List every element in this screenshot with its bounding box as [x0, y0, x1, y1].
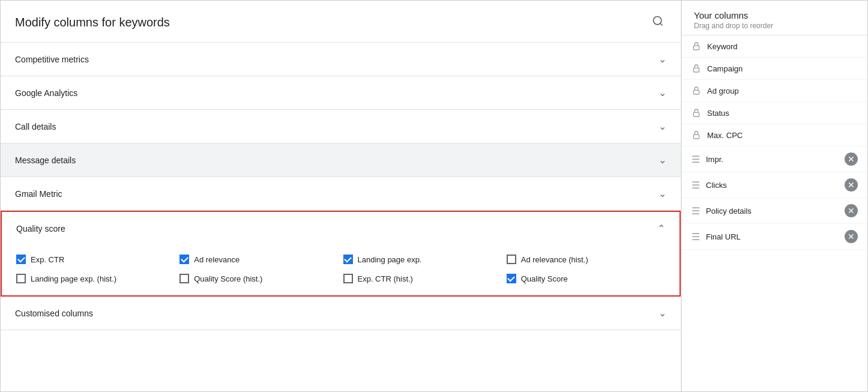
right-panel-title: Your columns [694, 10, 855, 20]
drag-handle[interactable]: ☰ [692, 205, 700, 217]
section-label-message-details: Message details [15, 155, 76, 165]
checkbox-label-ad-relevance-hist: Ad relevance (hist.) [521, 255, 588, 264]
quality-score-section: Quality score ⌃ Exp. CTR Ad relevance La… [1, 211, 681, 297]
remove-impr-button[interactable]: ✕ [845, 152, 858, 166]
modal-header: Modify columns for keywords [1, 1, 681, 43]
drag-handle[interactable]: ☰ [692, 154, 700, 165]
column-list: Keyword Campaign Ad group Status Max. CP… [682, 35, 867, 391]
drag-handle[interactable]: ☰ [692, 179, 700, 191]
draggable-column-policy-details[interactable]: ☰ Policy details ✕ [682, 198, 867, 224]
section-competitive-metrics[interactable]: Competitive metrics ⌄ [1, 43, 681, 76]
checkbox-landing-page-exp-hist[interactable] [16, 274, 26, 283]
remove-final-url-button[interactable]: ✕ [845, 230, 858, 243]
section-label-call-details: Call details [15, 122, 56, 131]
quality-score-label: Quality score [16, 224, 65, 234]
chevron-google-analytics: ⌄ [659, 87, 666, 98]
locked-column-max-cpc: Max. CPC [682, 124, 867, 146]
svg-rect-5 [693, 112, 699, 116]
quality-score-header[interactable]: Quality score ⌃ [2, 212, 680, 245]
checkbox-label-exp-ctr: Exp. CTR [31, 255, 64, 264]
checkbox-ad-relevance[interactable] [179, 255, 189, 264]
checkbox-label-quality-score-hist: Quality Score (hist.) [194, 274, 262, 283]
search-button[interactable] [649, 13, 666, 32]
customised-columns-chevron: ⌄ [659, 307, 666, 319]
column-name-clicks: Clicks [706, 181, 839, 190]
right-panel: Your columns Drag and drop to reorder Ke… [681, 1, 867, 391]
lock-icon [692, 86, 701, 95]
section-gmail-metric[interactable]: Gmail Metric ⌄ [1, 177, 681, 211]
svg-rect-2 [693, 46, 699, 50]
column-name-ad-group: Ad group [707, 86, 858, 95]
checkbox-ad-relevance-hist[interactable] [507, 255, 516, 264]
checkbox-label-landing-page-exp: Landing page exp. [358, 255, 422, 264]
checkbox-item-landing-page-exp-hist[interactable]: Landing page exp. (hist.) [16, 274, 175, 283]
quality-score-body: Exp. CTR Ad relevance Landing page exp. … [2, 245, 680, 295]
section-label-gmail-metric: Gmail Metric [15, 189, 62, 199]
checkbox-exp-ctr-hist[interactable] [343, 274, 353, 283]
section-call-details[interactable]: Call details ⌄ [1, 110, 681, 143]
customised-columns-section[interactable]: Customised columns ⌄ [1, 297, 681, 330]
locked-column-status: Status [682, 102, 867, 124]
checkbox-label-quality-score: Quality Score [521, 274, 568, 283]
draggable-column-clicks[interactable]: ☰ Clicks ✕ [682, 172, 867, 198]
svg-rect-4 [693, 90, 699, 94]
column-name-impr: Impr. [706, 155, 839, 164]
svg-point-0 [654, 17, 662, 25]
modal-title: Modify columns for keywords [15, 16, 170, 29]
column-name-keyword: Keyword [707, 42, 858, 51]
draggable-column-final-url[interactable]: ☰ Final URL ✕ [682, 224, 867, 250]
lock-icon [692, 41, 701, 51]
svg-rect-3 [693, 68, 699, 72]
drag-handle[interactable]: ☰ [692, 231, 700, 243]
checkbox-item-exp-ctr-hist[interactable]: Exp. CTR (hist.) [343, 274, 502, 283]
checkbox-quality-score[interactable] [507, 274, 516, 283]
svg-rect-6 [693, 134, 699, 139]
quality-score-chevron: ⌃ [657, 223, 665, 234]
checkbox-item-ad-relevance-hist[interactable]: Ad relevance (hist.) [507, 255, 665, 264]
section-label-competitive-metrics: Competitive metrics [15, 55, 89, 64]
right-panel-subtitle: Drag and drop to reorder [694, 22, 855, 30]
section-label-google-analytics: Google Analytics [15, 88, 77, 98]
section-google-analytics[interactable]: Google Analytics ⌄ [1, 76, 681, 110]
sections-list: Competitive metrics ⌄ Google Analytics ⌄… [1, 43, 681, 211]
svg-line-1 [660, 23, 663, 26]
column-name-final-url: Final URL [706, 232, 839, 241]
column-name-policy-details: Policy details [706, 207, 839, 216]
checkbox-item-ad-relevance[interactable]: Ad relevance [179, 255, 338, 264]
draggable-column-impr[interactable]: ☰ Impr. ✕ [682, 146, 867, 172]
locked-column-ad-group: Ad group [682, 80, 867, 102]
remove-clicks-button[interactable]: ✕ [845, 178, 858, 191]
column-name-max-cpc: Max. CPC [707, 131, 858, 140]
chevron-gmail-metric: ⌄ [659, 188, 666, 199]
checkbox-label-exp-ctr-hist: Exp. CTR (hist.) [358, 274, 413, 283]
checkbox-item-exp-ctr[interactable]: Exp. CTR [16, 255, 175, 264]
section-message-details[interactable]: Message details ⌄ [1, 143, 681, 177]
checkbox-item-quality-score-hist[interactable]: Quality Score (hist.) [179, 274, 338, 283]
right-header: Your columns Drag and drop to reorder [682, 1, 867, 35]
locked-column-keyword: Keyword [682, 35, 867, 58]
checkboxes-grid: Exp. CTR Ad relevance Landing page exp. … [16, 255, 665, 283]
checkbox-label-ad-relevance: Ad relevance [194, 255, 240, 264]
remove-policy-details-button[interactable]: ✕ [845, 204, 858, 217]
checkbox-exp-ctr[interactable] [16, 255, 26, 264]
locked-column-campaign: Campaign [682, 58, 867, 80]
column-name-campaign: Campaign [707, 64, 858, 73]
search-icon [652, 15, 664, 27]
chevron-call-details: ⌄ [659, 121, 666, 132]
left-panel: Modify columns for keywords Competitive … [1, 1, 681, 391]
checkbox-item-quality-score[interactable]: Quality Score [507, 274, 665, 283]
checkbox-label-landing-page-exp-hist: Landing page exp. (hist.) [31, 274, 116, 283]
checkbox-item-landing-page-exp[interactable]: Landing page exp. [343, 255, 502, 264]
checkbox-landing-page-exp[interactable] [343, 255, 353, 264]
checkbox-quality-score-hist[interactable] [179, 274, 189, 283]
lock-icon [692, 64, 701, 73]
chevron-competitive-metrics: ⌄ [659, 53, 666, 65]
column-name-status: Status [707, 109, 858, 118]
customised-columns-label: Customised columns [15, 309, 93, 318]
lock-icon [692, 108, 701, 118]
lock-icon [692, 130, 701, 140]
chevron-message-details: ⌄ [659, 154, 666, 166]
